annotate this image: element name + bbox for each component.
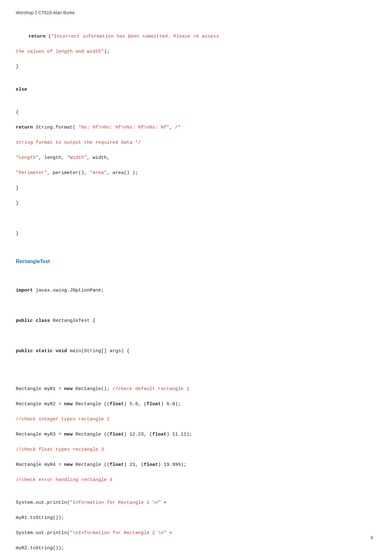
code-section-1: return ("Incorrect information has been … (16, 25, 376, 245)
doc-header: Worshop 2 CT619-Alan Burke (16, 9, 376, 16)
code-section-2: import javax.swing.JOptionPane; public c… (16, 272, 376, 554)
rectangle-test-title: RectangleTest (16, 258, 376, 266)
page-number: 6 (371, 534, 373, 541)
